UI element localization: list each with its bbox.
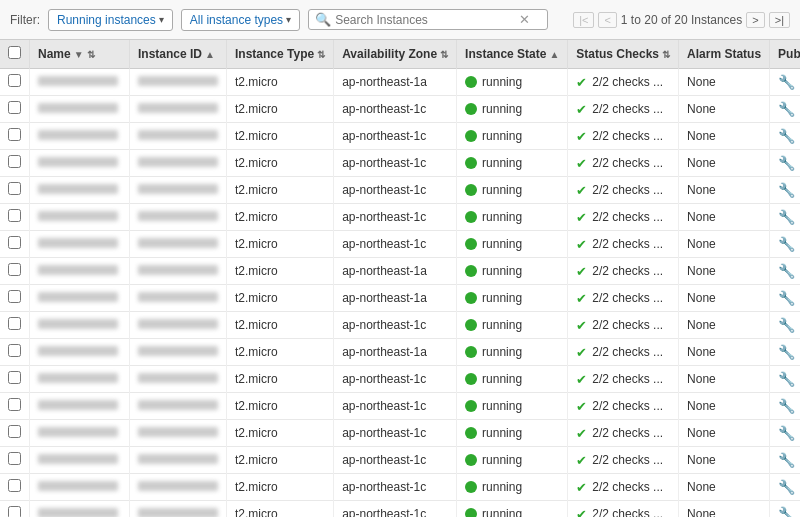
search-input[interactable] [335,13,515,27]
sort-icon[interactable]: ⇅ [440,49,448,60]
col-header-instance-state[interactable]: Instance State ▲ [457,40,568,69]
col-header-public-dns[interactable]: Public DNS [770,40,800,69]
instance-id-cell [130,96,227,123]
instance-name-cell [30,366,130,393]
table-row: t2.microap-northeast-1crunning✔2/2 check… [0,150,800,177]
sort-icon[interactable]: ▲ [205,49,215,60]
col-header-alarm-status[interactable]: Alarm Status [679,40,770,69]
running-instances-filter[interactable]: Running instances ▾ [48,9,173,31]
public-dns-cell: 🔧 [770,366,800,393]
checks-text: 2/2 checks ... [592,318,663,332]
public-dns-cell: 🔧 [770,339,800,366]
table-row: t2.microap-northeast-1crunning✔2/2 check… [0,204,800,231]
table-row: t2.microap-northeast-1arunning✔2/2 check… [0,339,800,366]
instance-name-cell [30,96,130,123]
wrench-icon: 🔧 [778,479,795,495]
row-checkbox[interactable] [8,317,21,330]
running-indicator [465,481,477,493]
row-checkbox[interactable] [8,506,21,517]
availability-zone-cell: ap-northeast-1c [334,501,457,518]
public-dns-cell: 🔧 [770,501,800,518]
row-checkbox[interactable] [8,290,21,303]
row-checkbox[interactable] [8,236,21,249]
col-header-status-checks[interactable]: Status Checks ⇅ [568,40,679,69]
last-page-button[interactable]: >| [769,12,790,28]
public-dns-cell: 🔧 [770,123,800,150]
instance-id-cell [130,474,227,501]
col-header-instance-id[interactable]: Instance ID ▲ [130,40,227,69]
wrench-icon: 🔧 [778,290,795,306]
col-header-instance-type[interactable]: Instance Type ⇅ [227,40,334,69]
table-row: t2.microap-northeast-1crunning✔2/2 check… [0,123,800,150]
col-header-availability-zone[interactable]: Availability Zone ⇅ [334,40,457,69]
row-checkbox[interactable] [8,452,21,465]
status-checks-cell: ✔2/2 checks ... [568,231,679,258]
state-text: running [482,102,522,116]
table-row: t2.microap-northeast-1crunning✔2/2 check… [0,96,800,123]
first-page-button[interactable]: |< [573,12,594,28]
row-checkbox[interactable] [8,209,21,222]
row-checkbox[interactable] [8,479,21,492]
row-checkbox-cell [0,366,30,393]
availability-zone-cell: ap-northeast-1c [334,150,457,177]
row-checkbox[interactable] [8,398,21,411]
instance-name-cell [30,150,130,177]
instance-id-cell [130,447,227,474]
row-checkbox[interactable] [8,128,21,141]
instance-name-cell [30,393,130,420]
check-icon: ✔ [576,264,587,279]
sort-icon[interactable]: ⇅ [87,49,95,60]
checks-text: 2/2 checks ... [592,210,663,224]
instance-id-cell [130,312,227,339]
all-instance-types-filter[interactable]: All instance types ▾ [181,9,300,31]
check-icon: ✔ [576,183,587,198]
row-checkbox[interactable] [8,74,21,87]
check-icon: ✔ [576,291,587,306]
status-checks-cell: ✔2/2 checks ... [568,204,679,231]
status-checks-cell: ✔2/2 checks ... [568,312,679,339]
toolbar: Filter: Running instances ▾ All instance… [0,0,800,40]
status-checks-cell: ✔2/2 checks ... [568,420,679,447]
alarm-status-cell: None [679,204,770,231]
row-checkbox[interactable] [8,371,21,384]
availability-zone-cell: ap-northeast-1c [334,204,457,231]
checks-text: 2/2 checks ... [592,480,663,494]
wrench-icon: 🔧 [778,263,795,279]
instance-type-cell: t2.micro [227,420,334,447]
col-header-name[interactable]: Name ▼ ⇅ [30,40,130,69]
state-text: running [482,237,522,251]
table-row: t2.microap-northeast-1arunning✔2/2 check… [0,69,800,96]
row-checkbox[interactable] [8,263,21,276]
row-checkbox-cell [0,150,30,177]
pagination-info: 1 to 20 of 20 Instances [621,13,742,27]
row-checkbox[interactable] [8,155,21,168]
checks-text: 2/2 checks ... [592,102,663,116]
row-checkbox[interactable] [8,101,21,114]
public-dns-cell: 🔧 [770,420,800,447]
row-checkbox[interactable] [8,182,21,195]
sort-icon[interactable]: ▲ [549,49,559,60]
next-page-button[interactable]: > [746,12,764,28]
filter-icon[interactable]: ▼ [74,49,84,60]
sort-icon[interactable]: ⇅ [662,49,670,60]
instance-state-cell: running [457,474,568,501]
check-icon: ✔ [576,210,587,225]
row-checkbox[interactable] [8,344,21,357]
instance-name-cell [30,447,130,474]
row-checkbox-cell [0,204,30,231]
check-icon: ✔ [576,345,587,360]
check-icon: ✔ [576,453,587,468]
table-row: t2.microap-northeast-1crunning✔2/2 check… [0,447,800,474]
row-checkbox[interactable] [8,425,21,438]
running-indicator [465,292,477,304]
wrench-icon: 🔧 [778,182,795,198]
running-indicator [465,508,477,517]
select-all-checkbox[interactable] [8,46,21,59]
running-indicator [465,184,477,196]
alarm-status-cell: None [679,339,770,366]
prev-page-button[interactable]: < [598,12,616,28]
sort-icon[interactable]: ⇅ [317,49,325,60]
table-row: t2.microap-northeast-1crunning✔2/2 check… [0,312,800,339]
clear-search-button[interactable]: ✕ [519,12,530,27]
table-header-row: Name ▼ ⇅ Instance ID ▲ Instance Type ⇅ [0,40,800,69]
